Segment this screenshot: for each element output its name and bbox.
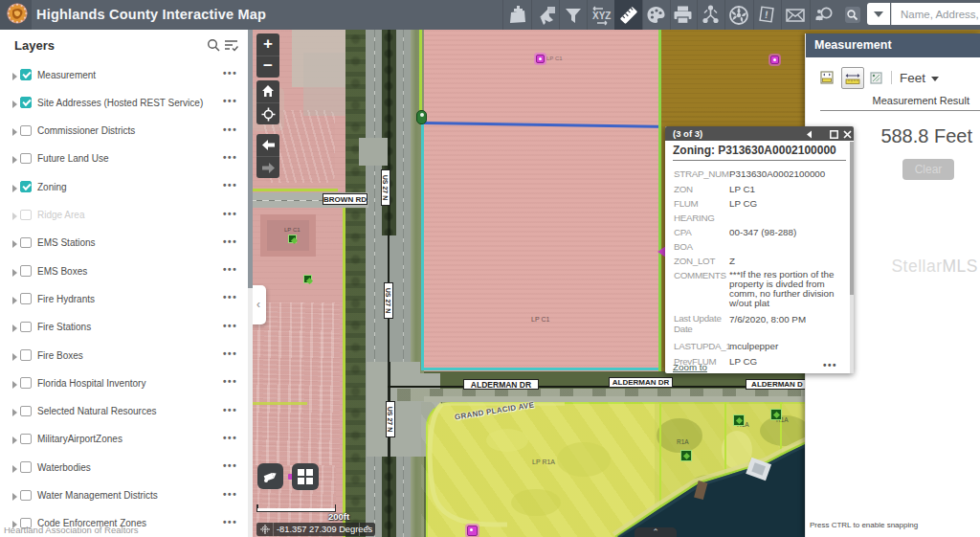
svg-text:!: ! <box>764 9 768 20</box>
svg-text:XYZ: XYZ <box>592 11 611 21</box>
